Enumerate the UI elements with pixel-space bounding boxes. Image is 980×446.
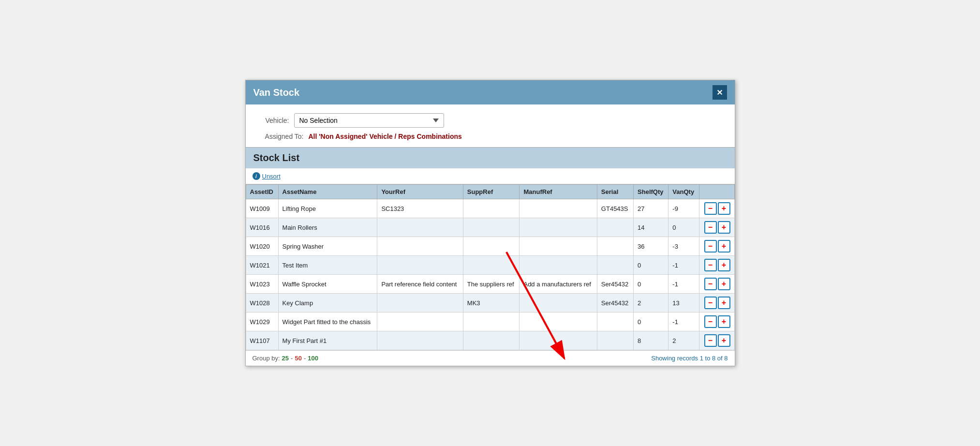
table-cell: W1029 [246,312,278,331]
table-toolbar: i Unsort [246,168,735,184]
table-cell: Main Rollers [278,218,377,237]
increment-button[interactable]: + [718,278,730,290]
table-cell [520,218,597,237]
action-cell: −+ [699,237,734,256]
table-cell [377,218,463,237]
table-cell: -1 [668,312,699,331]
table-cell: Lifting Rope [278,199,377,218]
vehicle-section: Vehicle: No Selection Assigned To: All '… [246,104,735,147]
table-cell: Key Clamp [278,294,377,312]
table-cell: Part reference field content [377,275,463,294]
table-cell: -1 [668,256,699,275]
decrement-button[interactable]: − [704,297,717,309]
decrement-button[interactable]: − [704,278,717,290]
increment-button[interactable]: + [718,202,730,215]
vehicle-select[interactable]: No Selection [294,113,444,128]
col-suppref: SuppRef [463,185,520,199]
table-cell [377,312,463,331]
group-25-link[interactable]: 25 [282,355,289,362]
table-cell: Spring Washer [278,237,377,256]
group-by-label: Group by: [252,355,280,362]
table-cell [377,237,463,256]
table-cell [597,218,633,237]
table-cell [597,256,633,275]
action-cell: −+ [699,312,734,331]
table-cell [377,331,463,350]
table-row: W1020Spring Washer36-3−+ [246,237,734,256]
table-cell [377,294,463,312]
table-cell: Ser45432 [597,275,633,294]
close-button[interactable]: ✕ [713,85,727,100]
table-cell: 36 [634,237,668,256]
table-cell [597,312,633,331]
table-cell: Widget Part fitted to the chassis [278,312,377,331]
unsort-link[interactable]: i Unsort [252,172,728,180]
table-header-row: AssetID AssetName YourRef SuppRef ManufR… [246,185,734,199]
increment-button[interactable]: + [718,315,730,328]
decrement-button[interactable]: − [704,259,717,271]
table-cell [463,218,520,237]
vehicle-label: Vehicle: [255,117,289,124]
table-cell: W1016 [246,218,278,237]
table-cell [463,199,520,218]
table-row: W1021Test Item0-1−+ [246,256,734,275]
table-cell: -3 [668,237,699,256]
decrement-button[interactable]: − [704,240,717,253]
table-cell: The suppliers ref [463,275,520,294]
table-cell [597,331,633,350]
increment-button[interactable]: + [718,240,730,253]
table-cell: Ser45432 [597,294,633,312]
col-serial: Serial [597,185,633,199]
table-cell: -1 [668,275,699,294]
group-50-link[interactable]: 50 [295,355,301,362]
vehicle-row: Vehicle: No Selection [255,113,725,128]
table-cell: W1023 [246,275,278,294]
table-cell: W1107 [246,331,278,350]
stock-table: AssetID AssetName YourRef SuppRef ManufR… [246,184,735,350]
table-cell: MK3 [463,294,520,312]
increment-button[interactable]: + [718,297,730,309]
increment-button[interactable]: + [718,334,730,347]
decrement-button[interactable]: − [704,334,717,347]
table-cell [463,312,520,331]
col-assetid: AssetID [246,185,278,199]
table-cell: 0 [634,275,668,294]
table-row: W1028Key ClampMK3Ser45432213−+ [246,294,734,312]
table-cell: 14 [634,218,668,237]
action-cell: −+ [699,199,734,218]
table-cell: 0 [668,218,699,237]
decrement-button[interactable]: − [704,202,717,215]
table-cell: 0 [634,256,668,275]
table-cell: GT4543S [597,199,633,218]
table-cell [597,237,633,256]
table-cell [520,294,597,312]
table-cell: Add a manufacturers ref [520,275,597,294]
table-cell [463,331,520,350]
group-100-link[interactable]: 100 [308,355,318,362]
increment-button[interactable]: + [718,259,730,271]
increment-button[interactable]: + [718,221,730,234]
table-cell: Test Item [278,256,377,275]
col-shelfqty: ShelfQty [634,185,668,199]
action-cell: −+ [699,275,734,294]
table-row: W1023Waffle SprocketPart reference field… [246,275,734,294]
table-footer: Group by: 25 - 50 - 100 Showing records … [246,350,735,366]
stock-list-header: Stock List [246,147,735,168]
action-cell: −+ [699,256,734,275]
decrement-button[interactable]: − [704,221,717,234]
table-cell: 0 [634,312,668,331]
table-cell: W1009 [246,199,278,218]
table-cell: 27 [634,199,668,218]
table-row: W1016Main Rollers140−+ [246,218,734,237]
table-cell: 2 [634,294,668,312]
title-bar: Van Stock ✕ [246,80,735,104]
table-cell: -9 [668,199,699,218]
assigned-row: Assigned To: All 'Non Assigned' Vehicle … [255,133,725,140]
col-actions [699,185,734,199]
table-cell: W1020 [246,237,278,256]
col-assetname: AssetName [278,185,377,199]
table-cell [520,256,597,275]
decrement-button[interactable]: − [704,315,717,328]
col-yourref: YourRef [377,185,463,199]
col-vanqty: VanQty [668,185,699,199]
